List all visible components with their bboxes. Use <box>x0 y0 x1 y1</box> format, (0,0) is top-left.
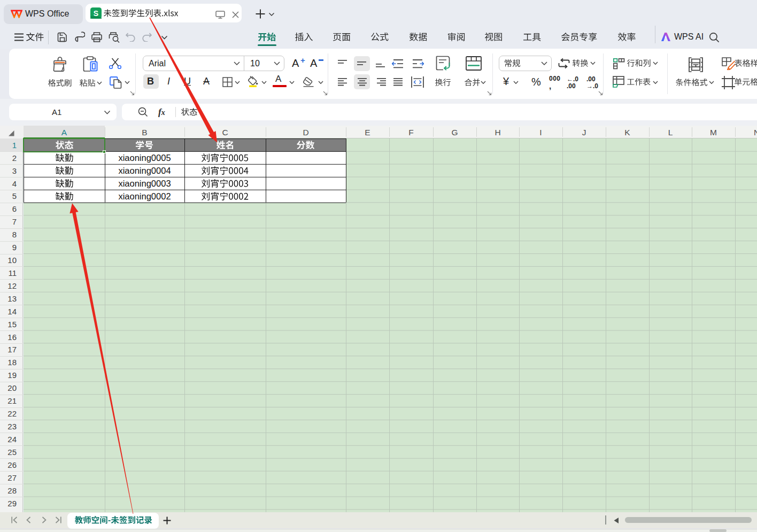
svg-text:S: S <box>94 9 98 18</box>
